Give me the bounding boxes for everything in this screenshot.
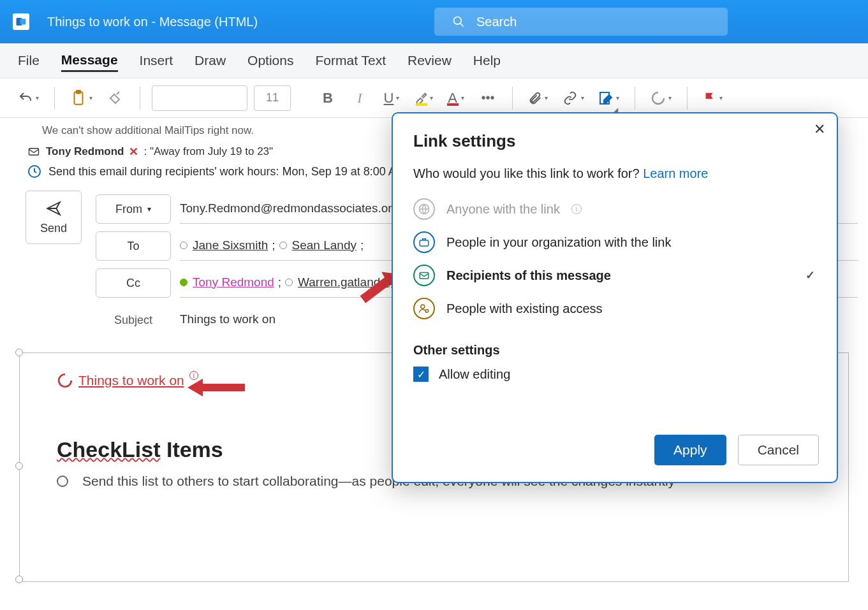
search-placeholder: Search	[476, 15, 517, 29]
from-button[interactable]: From▾	[96, 194, 171, 224]
tab-help[interactable]: Help	[473, 50, 501, 71]
tab-draw[interactable]: Draw	[195, 50, 226, 71]
loop-link-text: Things to work on	[78, 373, 184, 388]
cc-button[interactable]: Cc	[96, 268, 171, 298]
paste-button[interactable]: ▾	[66, 85, 96, 111]
option-label: People in your organization with the lin…	[446, 235, 671, 250]
tab-options[interactable]: Options	[247, 50, 293, 71]
allow-editing-label: Allow editing	[439, 367, 510, 382]
bold-button[interactable]: B	[315, 85, 341, 111]
flag-button[interactable]: ▾	[699, 85, 726, 111]
signature-button[interactable]: ▾	[594, 85, 623, 111]
tab-insert[interactable]: Insert	[140, 50, 173, 71]
allow-editing-checkbox[interactable]: ✓	[413, 367, 429, 382]
presence-icon	[285, 279, 293, 286]
checkbox-circle-icon[interactable]	[57, 476, 68, 487]
dialog-question: Who would you like this link to work for…	[413, 166, 816, 181]
option-existing-access[interactable]: People with existing access	[413, 292, 816, 325]
resize-handle[interactable]	[15, 349, 23, 356]
link-button[interactable]: ▾	[558, 85, 588, 111]
svg-point-2	[454, 17, 462, 25]
info-icon[interactable]: i	[189, 371, 198, 380]
attach-button[interactable]: ▾	[524, 85, 552, 111]
clock-send-icon	[27, 164, 42, 179]
presence-icon	[180, 242, 188, 249]
svg-point-16	[425, 310, 429, 313]
resize-handle[interactable]	[15, 462, 23, 470]
dialog-title: Link settings	[413, 131, 816, 151]
outlook-icon	[13, 13, 29, 30]
font-size-combo[interactable]: 11	[254, 85, 291, 111]
font-name-combo[interactable]	[152, 85, 247, 111]
recipient-chip[interactable]: Jane Sixsmith	[193, 238, 268, 252]
undo-button[interactable]: ▾	[14, 85, 43, 111]
schedule-text: Send this email during recipients' work …	[48, 165, 406, 178]
ribbon-tabs: File Message Insert Draw Options Format …	[0, 43, 868, 78]
resize-handle[interactable]	[15, 576, 23, 583]
send-button[interactable]: Send	[26, 191, 82, 244]
close-button[interactable]: ✕	[814, 121, 825, 138]
recipient-chip[interactable]: Sean Landy	[292, 238, 357, 252]
loop-icon	[57, 372, 73, 389]
other-settings-heading: Other settings	[413, 343, 816, 358]
more-formatting-button[interactable]: •••	[475, 85, 501, 111]
presence-icon	[279, 242, 287, 249]
loop-button[interactable]: ▾	[647, 85, 675, 111]
font-color-button[interactable]: A▾	[443, 85, 469, 111]
tab-message[interactable]: Message	[61, 50, 118, 72]
send-icon	[44, 200, 63, 217]
learn-more-link[interactable]: Learn more	[643, 166, 708, 180]
envelope-icon	[413, 265, 435, 286]
presence-available-icon	[180, 279, 188, 286]
cancel-button[interactable]: Cancel	[738, 435, 819, 465]
svg-line-3	[460, 24, 464, 27]
svg-rect-5	[77, 91, 81, 93]
send-label: Send	[40, 222, 67, 235]
people-lock-icon	[413, 298, 435, 319]
svg-rect-13	[420, 240, 429, 246]
away-status: : "Away from July 19 to 23"	[143, 145, 273, 158]
window-title: Things to work on - Message (HTML)	[47, 15, 258, 29]
tab-file[interactable]: File	[18, 50, 40, 71]
svg-rect-14	[420, 273, 429, 279]
allow-editing-row[interactable]: ✓ Allow editing	[413, 367, 816, 382]
search-box[interactable]: Search	[434, 8, 728, 36]
svg-point-15	[421, 305, 425, 309]
italic-button[interactable]: I	[347, 85, 372, 111]
tab-review[interactable]: Review	[408, 50, 452, 71]
globe-icon	[413, 198, 435, 220]
away-name: Tony Redmond	[46, 145, 124, 158]
option-anyone: Anyone with the link i	[413, 192, 816, 226]
option-label: People with existing access	[446, 301, 603, 316]
info-icon[interactable]: i	[571, 204, 582, 214]
checkmark-icon: ✓	[805, 268, 815, 282]
recipient-chip[interactable]: Tony Redmond	[193, 275, 274, 289]
link-settings-dialog: ✕ Link settings Who would you like this …	[392, 112, 838, 483]
briefcase-icon	[413, 231, 435, 253]
to-button[interactable]: To	[96, 231, 171, 261]
tab-format-text[interactable]: Format Text	[315, 50, 385, 71]
option-recipients[interactable]: Recipients of this message ✓	[413, 259, 816, 292]
svg-rect-1	[20, 19, 26, 25]
option-label: Anyone with the link	[446, 202, 560, 217]
titlebar: Things to work on - Message (HTML) Searc…	[0, 0, 868, 43]
envelope-icon	[27, 146, 41, 157]
subject-label: Subject	[96, 314, 171, 327]
svg-rect-7	[29, 149, 39, 156]
option-label: Recipients of this message	[446, 268, 611, 283]
apply-button[interactable]: Apply	[654, 435, 726, 465]
format-painter-button[interactable]	[103, 85, 128, 111]
remove-recipient-icon[interactable]: ✕	[129, 145, 138, 159]
option-organization[interactable]: People in your organization with the lin…	[413, 226, 816, 259]
underline-button[interactable]: U▾	[379, 85, 404, 111]
highlight-button[interactable]: ▾	[411, 85, 437, 111]
